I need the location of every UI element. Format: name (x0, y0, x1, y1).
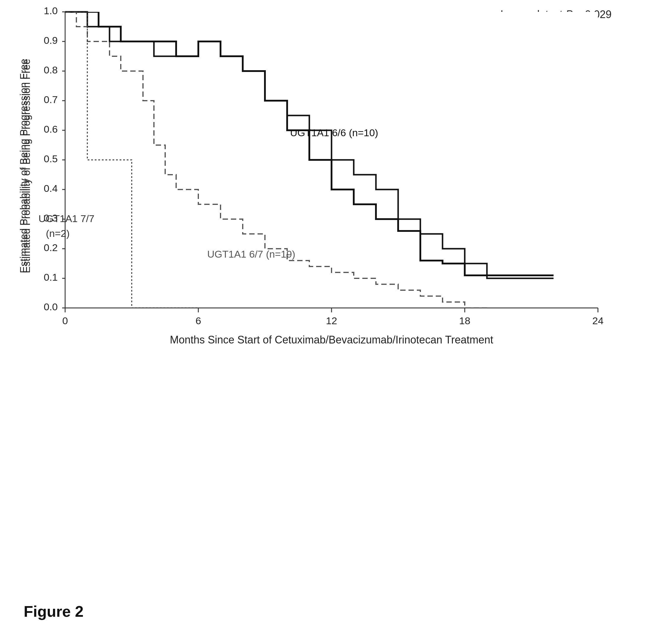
y-axis-label: Estimated Probability of Being Progressi… (21, 58, 32, 273)
label-6-6: UGT1A1 6/6 (n=10) (290, 127, 378, 138)
label-6-7: UGT1A1 6/7 (n=19) (207, 248, 295, 260)
svg-text:18: 18 (459, 315, 470, 326)
page-container: Log-rank test P = 0.029 Estimated Probab… (0, 0, 653, 644)
y-axis-label-wrapper: Estimated Probability of Being Progressi… (9, 12, 44, 320)
label-7-7-line2: (n=2) (46, 228, 70, 239)
figure-label: Figure 2 (24, 602, 83, 620)
svg-text:12: 12 (326, 315, 337, 326)
svg-text:0.1: 0.1 (44, 271, 58, 283)
svg-text:1.0: 1.0 (44, 5, 58, 16)
svg-text:0.2: 0.2 (44, 242, 58, 253)
svg-text:6: 6 (196, 315, 201, 326)
svg-text:24: 24 (592, 315, 604, 326)
svg-text:0.0: 0.0 (44, 301, 58, 312)
svg-text:0.6: 0.6 (44, 123, 58, 135)
label-7-7-line1: UGT1A1 7/7 (39, 213, 94, 224)
svg-text:0.9: 0.9 (44, 34, 58, 46)
svg-text:0: 0 (63, 315, 68, 326)
svg-text:0.8: 0.8 (44, 64, 58, 75)
x-axis-label: Months Since Start of Cetuximab/Bevacizu… (170, 334, 493, 346)
svg-text:0.4: 0.4 (44, 183, 58, 194)
svg-text:0.5: 0.5 (44, 153, 58, 164)
svg-text:0.7: 0.7 (44, 94, 58, 105)
chart-svg: 0.0 0.1 0.2 0.3 0.4 0.5 0.6 0.7 0.8 0.9 … (0, 0, 653, 355)
